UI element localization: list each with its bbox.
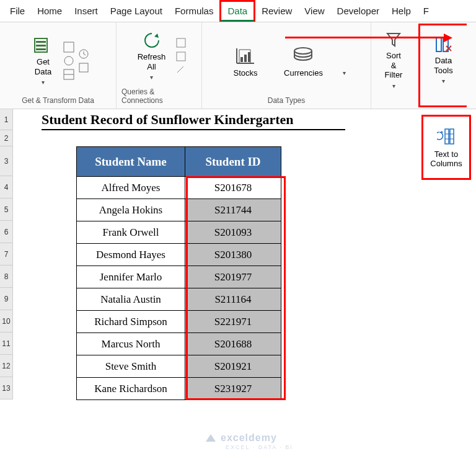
- student-table: Student Name Student ID Alfred MoyesS201…: [76, 146, 281, 400]
- get-data-button[interactable]: GetData ▾: [27, 32, 60, 89]
- svg-rect-4: [64, 42, 74, 52]
- chevron-down-icon: ▾: [42, 79, 45, 86]
- tab-home[interactable]: Home: [31, 2, 68, 20]
- cell-name[interactable]: Kane Richardson: [77, 378, 185, 400]
- row-header[interactable]: 6: [0, 221, 12, 243]
- row-header[interactable]: 2: [0, 130, 12, 146]
- svg-point-15: [294, 48, 312, 54]
- cell-name[interactable]: Marcus North: [77, 333, 185, 355]
- chevron-down-icon: ▾: [392, 83, 395, 90]
- cell-id[interactable]: S211744: [185, 199, 281, 221]
- stocks-icon: [233, 43, 258, 66]
- group-label: Queries & Connections: [121, 86, 196, 107]
- row-header[interactable]: 4: [0, 176, 12, 199]
- row-header[interactable]: 5: [0, 199, 12, 221]
- watermark: exceldemy: [205, 432, 277, 444]
- stocks-button[interactable]: Stocks: [227, 41, 264, 81]
- svg-rect-13: [244, 55, 247, 62]
- svg-rect-1: [36, 41, 46, 43]
- header-id[interactable]: Student ID: [185, 147, 281, 177]
- currencies-button[interactable]: Currencies: [278, 41, 329, 81]
- recent-icon: [78, 48, 89, 60]
- cell-name[interactable]: Frank Orwell: [77, 221, 185, 244]
- table-row: Kane RichardsonS231927: [77, 378, 281, 400]
- cell-name[interactable]: Steve Smith: [77, 355, 185, 378]
- table-row: Steve SmithS201921: [77, 355, 281, 378]
- cell-id[interactable]: S201688: [185, 333, 281, 355]
- cell-name[interactable]: Jennifer Marlo: [77, 266, 185, 288]
- svg-rect-14: [248, 52, 250, 62]
- tab-page-layout[interactable]: Page Layout: [104, 2, 169, 20]
- svg-rect-2: [36, 45, 46, 47]
- cell-name[interactable]: Desmond Hayes: [77, 244, 185, 266]
- row-header[interactable]: 7: [0, 243, 12, 265]
- tab-view[interactable]: View: [298, 2, 330, 20]
- tab-help[interactable]: Help: [386, 2, 417, 20]
- stocks-label: Stocks: [234, 68, 258, 78]
- svg-rect-12: [240, 57, 243, 62]
- header-name[interactable]: Student Name: [77, 147, 185, 177]
- row-header[interactable]: 9: [0, 288, 12, 310]
- cell-id[interactable]: S211164: [185, 288, 281, 311]
- get-data-side-buttons[interactable]: [63, 42, 74, 80]
- cell-name[interactable]: Angela Hokins: [77, 199, 185, 221]
- cell-name[interactable]: Richard Simpson: [77, 311, 185, 333]
- logo-icon: [205, 432, 217, 444]
- row-header[interactable]: 1: [0, 109, 12, 130]
- row-header[interactable]: 11: [0, 332, 12, 355]
- cell-id[interactable]: S201921: [185, 355, 281, 378]
- get-data-side-buttons-2[interactable]: [78, 48, 89, 73]
- refresh-icon: [143, 31, 161, 50]
- get-data-label: GetData: [35, 57, 51, 76]
- from-table-icon: [63, 69, 74, 80]
- group-label: Data Types: [268, 95, 305, 107]
- table-row: Angela HokinsS211744: [77, 199, 281, 221]
- row-headers: 12345678910111213: [0, 109, 13, 399]
- tab-formulas[interactable]: Formulas: [169, 2, 220, 20]
- watermark-sub: EXCEL · DATA · BI: [226, 444, 293, 450]
- row-header[interactable]: 10: [0, 310, 12, 332]
- tab-data[interactable]: Data: [219, 0, 255, 22]
- table-row: Jennifer MarloS201977: [77, 266, 281, 288]
- row-header[interactable]: 12: [0, 355, 12, 377]
- row-header[interactable]: 13: [0, 377, 12, 399]
- cell-id[interactable]: S231927: [185, 378, 281, 400]
- table-row: Richard SimpsonS221971: [77, 311, 281, 333]
- currencies-label: Currencies: [284, 68, 323, 78]
- tab-review[interactable]: Review: [255, 2, 298, 20]
- cell-id[interactable]: S201977: [185, 266, 281, 288]
- table-row: Alfred MoyesS201678: [77, 177, 281, 199]
- query-side-buttons[interactable]: [175, 37, 187, 76]
- refresh-all-button[interactable]: RefreshAll ▾: [131, 29, 172, 84]
- svg-rect-9: [79, 63, 88, 72]
- currencies-icon: [291, 43, 315, 66]
- callout-arrow: [285, 33, 452, 41]
- from-web-icon: [63, 55, 74, 66]
- edit-links-icon: [175, 65, 187, 76]
- data-tools-label: DataTools: [434, 56, 452, 75]
- tab-insert[interactable]: Insert: [68, 2, 104, 20]
- table-row: Frank OrwellS201093: [77, 221, 281, 244]
- cell-id[interactable]: S201093: [185, 221, 281, 244]
- cell-id[interactable]: S221971: [185, 311, 281, 333]
- table-row: Natalia AustinS211164: [77, 288, 281, 311]
- cell-name[interactable]: Natalia Austin: [77, 288, 185, 311]
- cell-name[interactable]: Alfred Moyes: [77, 177, 185, 199]
- chevron-down-icon[interactable]: ▾: [343, 69, 346, 76]
- connections-icon: [78, 62, 89, 73]
- tab-file[interactable]: File: [4, 2, 31, 20]
- worksheet: 12345678910111213 Student Record of Sunf…: [0, 109, 476, 399]
- ribbon: GetData ▾ Get & Transform Data RefreshAl…: [0, 22, 476, 109]
- tab-developer[interactable]: Developer: [331, 2, 386, 20]
- from-text-icon: [63, 42, 74, 53]
- cell-id[interactable]: S201678: [185, 177, 281, 199]
- chevron-down-icon: ▾: [442, 78, 445, 85]
- svg-point-5: [64, 56, 73, 65]
- ribbon-tabs: FileHomeInsertPage LayoutFormulasDataRev…: [0, 0, 476, 22]
- svg-rect-10: [177, 38, 185, 47]
- row-header[interactable]: 3: [0, 146, 12, 176]
- cell-id[interactable]: S201380: [185, 244, 281, 266]
- tab-f[interactable]: F: [417, 2, 435, 20]
- row-header[interactable]: 8: [0, 265, 12, 288]
- table-header-row: Student Name Student ID: [77, 147, 281, 177]
